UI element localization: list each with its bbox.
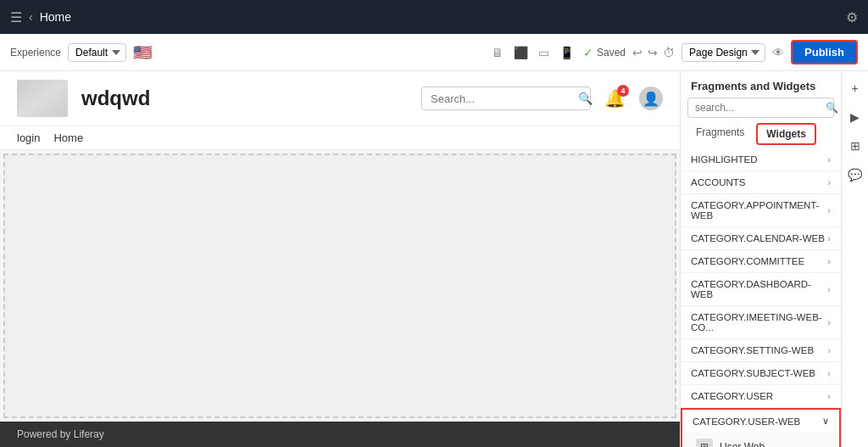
page-content-area <box>3 154 676 418</box>
chevron-right-icon: › <box>827 233 831 243</box>
back-icon[interactable]: ‹ <box>29 10 33 24</box>
chevron-right-icon: › <box>827 284 831 294</box>
chevron-right-icon: › <box>827 317 831 327</box>
main-layout: wdqwd 🔍 🔔 4 👤 login Home Powered by Life… <box>0 71 868 447</box>
category-imeeting-web[interactable]: CATEGORY.IMEETING-WEB-CO... › <box>681 306 841 339</box>
page-nav: login Home <box>0 126 680 150</box>
category-subject-web[interactable]: CATEGORY.SUBJECT-WEB › <box>681 362 841 385</box>
category-label: ACCOUNTS <box>691 177 746 187</box>
category-label: CATEGORY.SUBJECT-WEB <box>691 368 815 378</box>
redo-icon[interactable]: ↪ <box>648 46 658 59</box>
panel-tabs: Fragments Widgets <box>681 123 841 145</box>
chevron-right-icon: › <box>827 391 831 401</box>
action-icons: ↩ ↪ ⏱ <box>632 46 675 59</box>
category-list: HIGHLIGHTED › ACCOUNTS › CATEGORY.APPOIN… <box>681 148 841 447</box>
tab-fragments[interactable]: Fragments <box>687 123 753 145</box>
category-setting-web[interactable]: CATEGORY.SETTING-WEB › <box>681 339 841 362</box>
saved-status: ✓ Saved <box>583 46 626 59</box>
chevron-right-icon: › <box>827 368 831 378</box>
history-icon[interactable]: ⏱ <box>663 46 675 59</box>
site-search-bar[interactable]: 🔍 <box>421 87 591 110</box>
top-bar: ☰ ‹ Home ⚙ <box>0 0 868 34</box>
desktop-icon[interactable]: 🖥 <box>489 43 506 62</box>
chevron-right-icon: › <box>827 345 831 355</box>
category-label: CATEGORY.USER <box>691 391 773 401</box>
grid-icon[interactable]: ⊞ <box>845 136 865 156</box>
category-label: HIGHLIGHTED <box>691 154 758 165</box>
add-icon[interactable]: + <box>845 78 865 98</box>
tab-widgets[interactable]: Widgets <box>756 123 816 145</box>
widget-icon: ⊞ <box>696 439 713 447</box>
category-label: CATEGORY.SETTING-WEB <box>691 345 814 355</box>
chat-icon[interactable]: 💬 <box>845 165 865 185</box>
category-label: CATEGORY.COMMITTEE <box>691 256 804 266</box>
nav-item-home[interactable]: Home <box>53 131 83 144</box>
category-accounts[interactable]: ACCOUNTS › <box>681 171 841 194</box>
notification-badge: 4 <box>617 85 629 97</box>
chevron-right-icon: › <box>827 177 831 187</box>
widget-label: User Web <box>720 441 765 447</box>
fragments-widgets-panel: Fragments and Widgets 🔍 ☰ Fragments Widg… <box>680 71 841 447</box>
category-calendar-web[interactable]: CATEGORY.CALENDAR-WEB › <box>681 227 841 250</box>
category-label: CATEGORY.APPOINTMENT-WEB <box>691 200 827 221</box>
site-search-input[interactable] <box>431 92 573 105</box>
experience-select[interactable]: Default <box>68 43 126 62</box>
category-dashboard-web[interactable]: CATEGORY.DASHBOARD-WEB › <box>681 273 841 306</box>
preview-eye-icon[interactable]: 👁 <box>772 46 784 59</box>
chevron-right-icon: › <box>827 256 831 266</box>
footer-text: Powered by Liferay <box>17 428 104 440</box>
site-search-icon: 🔍 <box>578 92 593 105</box>
tablet-landscape-icon[interactable]: ⬛ <box>511 43 531 62</box>
page-header: wdqwd 🔍 🔔 4 👤 <box>0 71 680 126</box>
category-committee[interactable]: CATEGORY.COMMITTEE › <box>681 250 841 273</box>
panel-title: Fragments and Widgets <box>681 71 841 98</box>
panel-search-bar[interactable]: 🔍 ☰ <box>687 98 834 118</box>
widget-user-web[interactable]: ⊞ User Web <box>681 433 841 447</box>
category-user-web[interactable]: CATEGORY.USER-WEB ∨ <box>681 408 841 433</box>
publish-button[interactable]: Publish <box>791 40 858 64</box>
tablet-portrait-icon[interactable]: ▭ <box>536 43 552 62</box>
page-design-select[interactable]: Page Design <box>682 43 765 62</box>
sidebar-toggle-icon[interactable]: ☰ <box>10 9 22 25</box>
far-right-toolbar: + ▶ ⊞ 💬 <box>841 71 868 447</box>
chevron-right-icon: › <box>827 154 831 165</box>
undo-icon[interactable]: ↩ <box>632 46 643 59</box>
category-user[interactable]: CATEGORY.USER › <box>681 385 841 408</box>
category-label: CATEGORY.IMEETING-WEB-CO... <box>691 312 827 332</box>
site-name: wdqwd <box>81 87 408 110</box>
device-icons: 🖥 ⬛ ▭ 📱 <box>489 43 576 62</box>
notification-bell[interactable]: 🔔 4 <box>604 88 626 109</box>
saved-check-icon: ✓ <box>583 46 593 59</box>
gear-icon[interactable]: ⚙ <box>846 9 858 25</box>
category-label: CATEGORY.USER-WEB <box>693 416 800 427</box>
mobile-icon[interactable]: 📱 <box>557 43 576 62</box>
toolbar: Experience Default 🇺🇸 🖥 ⬛ ▭ 📱 ✓ Saved ↩ … <box>0 34 868 71</box>
saved-label: Saved <box>597 47 626 59</box>
panel-search-icon: 🔍 <box>826 102 838 114</box>
user-avatar[interactable]: 👤 <box>639 87 663 110</box>
site-logo <box>17 80 68 117</box>
page-footer: Powered by Liferay <box>0 422 680 447</box>
panel-search-input[interactable] <box>695 102 822 114</box>
arrow-icon[interactable]: ▶ <box>845 107 865 127</box>
category-highlighted[interactable]: HIGHLIGHTED › <box>681 148 841 171</box>
category-label: CATEGORY.DASHBOARD-WEB <box>691 279 827 299</box>
flag-icon[interactable]: 🇺🇸 <box>133 43 152 62</box>
page-canvas: wdqwd 🔍 🔔 4 👤 login Home Powered by Life… <box>0 71 680 447</box>
page-title: Home <box>40 10 839 24</box>
category-label: CATEGORY.CALENDAR-WEB <box>691 233 825 243</box>
chevron-down-icon: ∨ <box>822 416 829 427</box>
category-appointment-web[interactable]: CATEGORY.APPOINTMENT-WEB › <box>681 194 841 227</box>
nav-item-login[interactable]: login <box>17 131 40 144</box>
experience-label: Experience <box>10 47 61 59</box>
chevron-right-icon: › <box>827 205 831 215</box>
